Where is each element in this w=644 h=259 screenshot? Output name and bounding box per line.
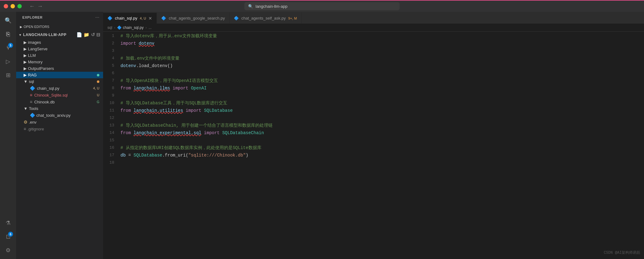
folder-label: images <box>28 40 41 45</box>
activity-explorer[interactable]: ⎘ <box>2 28 14 40</box>
new-file-icon[interactable]: 📄 <box>76 32 83 38</box>
activity-run[interactable]: ▷ <box>2 55 14 68</box>
tab-label: chain_sql.py <box>115 16 137 20</box>
code-line-4: # 加载.env文件中的环境变量 <box>119 55 644 62</box>
run-icon: ▷ <box>6 58 10 65</box>
folder-icon: ▶ <box>24 53 27 58</box>
tab-badge: 9+, M <box>288 16 297 20</box>
folder-icon: ▶ <box>24 60 27 64</box>
tab-close-button[interactable]: ✕ <box>148 16 152 21</box>
rag-modified-dot <box>97 74 99 76</box>
new-folder-icon[interactable]: 📁 <box>84 32 90 38</box>
more-actions-icon[interactable]: ··· <box>95 15 99 20</box>
code-line-16: # 从指定的数据库URI创建SQL数据库实例，此处使用的是SQLite数据库 <box>119 144 644 152</box>
file-chinook-db[interactable]: ≡ Chinook.db G <box>16 98 103 105</box>
folder-llm[interactable]: ▶ LLM <box>16 52 103 59</box>
back-button[interactable]: ← <box>29 3 35 10</box>
tab-chat-self-ask[interactable]: 🔷 chat_agents_self_ask.py 9+, M <box>229 13 302 24</box>
minimize-button[interactable] <box>11 4 15 8</box>
code-line-12 <box>119 114 644 122</box>
command-palette[interactable]: 🔍 langchain-llm-app <box>244 2 400 10</box>
folder-memory[interactable]: ▶ Memory <box>16 59 103 65</box>
project-header[interactable]: ▼ LANGCHAIN-LLM-APP 📄 📁 ↺ ⊟ <box>16 30 103 39</box>
open-editors-chevron: ▶ <box>20 25 22 29</box>
activity-bar: 🔍 ⎘ ⑂ 5 ▷ ⊞ ⚗ ⊡ 6 ⚙ <box>0 12 16 259</box>
editor-area: 🔷 chain_sql.py 4, U ✕ 🔷 chat_agents_goog… <box>103 12 644 259</box>
sql-modified-dot <box>97 80 99 83</box>
breadcrumb-part-file: 🔷 chain_sql.py <box>117 25 143 30</box>
activity-extensions[interactable]: ⊞ <box>2 69 14 81</box>
file-env[interactable]: ⚙ .env <box>16 119 103 125</box>
breadcrumb-part-sql: sql <box>107 25 112 30</box>
refresh-icon[interactable]: ↺ <box>91 32 95 38</box>
file-badge: 4, U <box>93 86 99 90</box>
code-line-2: import dotenv <box>119 40 644 47</box>
folder-tools[interactable]: ▼ Tools <box>16 105 103 112</box>
folder-outputparsers[interactable]: ▶ OutputParsers <box>16 65 103 72</box>
breadcrumb: sql › 🔷 chain_sql.py › ... <box>103 24 644 32</box>
activity-search[interactable]: 🔍 <box>2 14 14 27</box>
file-badge: G <box>97 100 99 104</box>
file-chat-tools[interactable]: 🔷 chat_tools_arxiv.py <box>16 112 103 119</box>
open-editors-section[interactable]: ▶ OPEN EDITORS <box>16 23 103 30</box>
open-editors-label: OPEN EDITORS <box>24 25 49 29</box>
activity-source-control[interactable]: ⑂ 5 <box>2 42 14 54</box>
extensions-icon: ⊞ <box>6 72 11 79</box>
code-content: # 导入dotenv库，用于从.env文件加载环境变量 import doten… <box>119 32 644 259</box>
remote-badge: 6 <box>8 232 13 237</box>
db-file-icon: ≡ <box>30 99 32 104</box>
activity-beaker[interactable]: ⚗ <box>2 217 14 229</box>
folder-label: LangServe <box>28 47 48 51</box>
file-chain-sql[interactable]: 🔷 chain_sql.py 4, U <box>16 85 103 92</box>
activity-account[interactable]: ⚙ <box>2 244 14 257</box>
folder-label: Memory <box>28 60 43 64</box>
folder-rag[interactable]: ▶ RAG <box>16 72 103 78</box>
code-line-7: # 导入OpenAI模块，用于与OpenAI语言模型交互 <box>119 77 644 84</box>
code-editor[interactable]: 1 2 3 4 5 6 7 8 9 10 11 12 13 14 15 16 1… <box>103 32 644 259</box>
python-file-icon: 🔷 <box>30 86 35 91</box>
file-gitignore[interactable]: ≡ .gitignore <box>16 125 103 132</box>
project-header-left: ▼ LANGCHAIN-LLM-APP <box>19 33 66 37</box>
folder-icon: ▶ <box>24 40 27 45</box>
code-line-18 <box>119 159 644 166</box>
env-file-icon: ⚙ <box>24 120 28 125</box>
file-label: .gitignore <box>27 127 44 131</box>
folder-sql[interactable]: ▼ sql <box>16 78 103 85</box>
file-chinook-sql[interactable]: ≡ Chinook_Sqlite.sql U <box>16 92 103 98</box>
folder-open-icon: ▼ <box>24 79 28 84</box>
folder-images[interactable]: ▶ images <box>16 39 103 46</box>
close-button[interactable] <box>4 4 8 8</box>
collapse-icon[interactable]: ⊟ <box>96 32 101 38</box>
code-line-9 <box>119 92 644 99</box>
tab-chain-sql[interactable]: 🔷 chain_sql.py 4, U ✕ <box>103 13 157 24</box>
forward-button[interactable]: → <box>37 3 43 10</box>
sidebar-actions[interactable]: ··· <box>95 15 99 20</box>
folder-label: LLM <box>28 53 36 58</box>
folder-langserve[interactable]: ▶ LangServe <box>16 46 103 52</box>
code-line-11: from langchain.utilities import SQLDatab… <box>119 107 644 114</box>
file-label: Chinook_Sqlite.sql <box>34 93 68 98</box>
files-icon: ⎘ <box>6 31 10 38</box>
breadcrumb-separator: › <box>145 25 147 30</box>
sql-file-icon: ≡ <box>30 93 32 98</box>
beaker-icon: ⚗ <box>6 220 11 226</box>
git-file-icon: ≡ <box>24 126 26 131</box>
main-layout: 🔍 ⎘ ⑂ 5 ▷ ⊞ ⚗ ⊡ 6 ⚙ <box>0 12 644 259</box>
folder-icon: ▶ <box>24 66 27 71</box>
activity-remote[interactable]: ⊡ 6 <box>2 230 14 243</box>
code-line-15 <box>119 137 644 144</box>
folder-label: RAG <box>28 73 37 77</box>
folder-label: OutputParsers <box>28 66 54 71</box>
tab-python-icon: 🔷 <box>161 16 166 20</box>
code-line-5: dotenv.load_dotenv() <box>119 62 644 70</box>
search-icon: 🔍 <box>5 17 11 24</box>
project-name: LANGCHAIN-LLM-APP <box>23 33 67 37</box>
code-line-1: # 导入dotenv库，用于从.env文件加载环境变量 <box>119 32 644 40</box>
maximize-button[interactable] <box>17 4 22 8</box>
tab-label: chat_agents_self_ask.py <box>241 16 286 20</box>
code-line-17: db = SQLDatabase.from_uri("sqlite:///Chi… <box>119 152 644 159</box>
tab-chat-google[interactable]: 🔷 chat_agents_google_search.py <box>157 13 229 24</box>
watermark: CSDN @AI架构师易筋 <box>604 249 640 257</box>
breadcrumb-part-dots: ... <box>148 25 152 30</box>
code-line-14: from langchain_experimental.sql import S… <box>119 129 644 137</box>
